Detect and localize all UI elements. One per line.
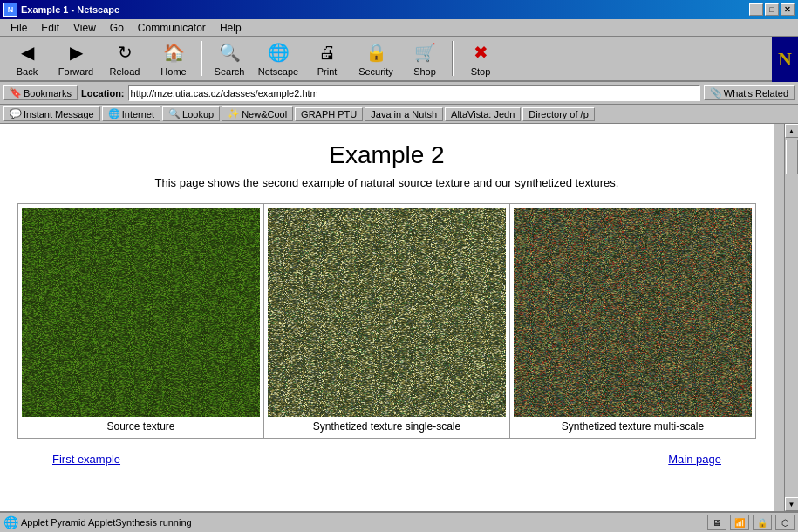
toolbar-separator-2 (452, 41, 454, 76)
bookmarks-icon: 🔖 (10, 87, 22, 99)
window-title: Example 1 - Netscape (21, 4, 119, 15)
single-scale-texture-image (268, 208, 506, 417)
textures-table: Source texture Synthetized texture singl… (17, 203, 756, 439)
security-button[interactable]: 🔒 Security (352, 38, 399, 78)
menu-file[interactable]: File (3, 20, 34, 36)
whats-related-label: What's Related (724, 88, 788, 99)
bm-instant-message[interactable]: 💬 Instant Message (3, 106, 100, 121)
status-bar: 🌐 Applet Pyramid AppletSynthesis running… (0, 511, 798, 532)
lookup-icon: 🔍 (168, 108, 181, 119)
bookmarks-button[interactable]: 🔖 Bookmarks (3, 85, 78, 100)
main-page-link[interactable]: Main page (668, 453, 721, 466)
print-label: Print (317, 66, 338, 77)
bm-altavista[interactable]: AltaVista: Jedn (445, 107, 521, 121)
menu-communicator[interactable]: Communicator (131, 20, 213, 36)
bookmarks-toolbar: 💬 Instant Message 🌐 Internet 🔍 Lookup ✨ … (0, 105, 798, 124)
reload-button[interactable]: ↻ Reload (101, 38, 148, 78)
status-text: Applet Pyramid AppletSynthesis running (21, 517, 704, 528)
scroll-down-button[interactable]: ▼ (785, 497, 799, 511)
location-bar: 🔖 Bookmarks Location: 📎 What's Related (0, 82, 798, 105)
page-content: Example 2 This page shows the second exa… (0, 124, 784, 511)
title-bar: N Example 1 - Netscape ─ □ ✕ (0, 0, 798, 19)
home-label: Home (160, 66, 186, 77)
status-indicator-1: 🖥 (707, 515, 726, 530)
reload-label: Reload (110, 66, 140, 77)
texture-cell-multi: Synthetized texture multi-scale (510, 204, 756, 439)
bm-java-nutsh[interactable]: Java in a Nutsh (365, 107, 443, 121)
back-button[interactable]: ◀ Back (3, 38, 51, 78)
maximize-button[interactable]: □ (765, 3, 779, 16)
bm-lookup[interactable]: 🔍 Lookup (162, 106, 220, 121)
forward-icon: ▶ (64, 40, 88, 65)
stop-button[interactable]: ✖ Stop (457, 38, 504, 78)
scrollbar: ▲ ▼ (784, 124, 798, 511)
main-content-area: Example 2 This page shows the second exa… (0, 124, 798, 511)
internet-icon: 🌐 (108, 108, 120, 119)
menu-view[interactable]: View (66, 20, 103, 36)
back-icon: ◀ (15, 40, 39, 65)
stop-label: Stop (471, 66, 491, 77)
reload-icon: ↻ (113, 40, 137, 65)
scroll-up-button[interactable]: ▲ (785, 124, 799, 138)
minimize-button[interactable]: ─ (749, 3, 763, 16)
menu-go[interactable]: Go (103, 20, 131, 36)
texture-cell-source: Source texture (18, 204, 264, 439)
stop-icon: ✖ (468, 40, 493, 65)
forward-button[interactable]: ▶ Forward (52, 38, 99, 78)
first-example-link[interactable]: First example (52, 453, 120, 466)
status-indicator-3: 🔒 (753, 515, 772, 530)
related-icon: 📎 (710, 87, 722, 99)
netscape-label: Netscape (258, 66, 298, 77)
search-button[interactable]: 🔍 Search (206, 38, 253, 78)
shop-button[interactable]: 🛒 Shop (401, 38, 448, 78)
back-label: Back (17, 66, 38, 77)
multi-scale-texture-image (514, 208, 752, 417)
print-button[interactable]: 🖨 Print (304, 38, 351, 78)
page-title: Example 2 (17, 141, 756, 169)
source-texture-image (22, 208, 260, 417)
menu-edit[interactable]: Edit (34, 20, 66, 36)
source-texture-caption: Source texture (22, 417, 260, 434)
toolbar: ◀ Back ▶ Forward ↻ Reload 🏠 Home 🔍 Searc… (0, 37, 798, 82)
toolbar-separator-1 (201, 41, 202, 76)
app-icon: N (3, 3, 17, 17)
forward-label: Forward (58, 66, 93, 77)
home-button[interactable]: 🏠 Home (150, 38, 197, 78)
single-scale-caption: Synthetized texture single-scale (268, 417, 506, 434)
page-subtitle: This page shows the second example of na… (17, 176, 756, 189)
close-button[interactable]: ✕ (781, 3, 795, 16)
page-links: First example Main page (17, 447, 756, 471)
menu-bar: File Edit View Go Communicator Help (0, 19, 798, 37)
status-right-icons: 🖥 📶 🔒 ⬡ (707, 515, 795, 530)
multi-scale-caption: Synthetized texture multi-scale (514, 417, 752, 434)
bm-directory[interactable]: Directory of /p (522, 107, 594, 121)
shop-icon: 🛒 (413, 40, 437, 65)
bm-internet[interactable]: 🌐 Internet (102, 106, 160, 121)
status-netscape-icon: 🌐 (3, 515, 17, 529)
security-label: Security (358, 66, 393, 77)
security-icon: 🔒 (364, 40, 388, 65)
home-icon: 🏠 (161, 40, 186, 65)
status-indicator-4: ⬡ (775, 515, 795, 530)
search-label: Search (215, 66, 245, 77)
bm-graph-ptu[interactable]: GRAPH PTU (295, 107, 363, 121)
bm-newcool[interactable]: ✨ New&Cool (222, 106, 293, 121)
shop-label: Shop (413, 66, 436, 77)
scroll-track-area (786, 138, 798, 497)
texture-cell-single: Synthetized texture single-scale (264, 204, 510, 439)
url-input[interactable] (128, 85, 700, 101)
title-bar-left: N Example 1 - Netscape (3, 3, 119, 17)
menu-help[interactable]: Help (213, 20, 249, 36)
bookmarks-label: Bookmarks (24, 88, 72, 99)
netscape-icon: 🌐 (266, 40, 290, 65)
status-indicator-2: 📶 (730, 515, 749, 530)
netscape-logo: N (772, 37, 798, 82)
scroll-thumb[interactable] (786, 140, 798, 174)
title-bar-controls: ─ □ ✕ (749, 3, 795, 16)
location-label: Location: (81, 88, 125, 99)
whats-related-button[interactable]: 📎 What's Related (704, 85, 795, 100)
im-icon: 💬 (10, 108, 22, 119)
netscape-button[interactable]: 🌐 Netscape (255, 38, 302, 78)
print-icon: 🖨 (315, 40, 339, 65)
newcool-icon: ✨ (228, 108, 240, 119)
